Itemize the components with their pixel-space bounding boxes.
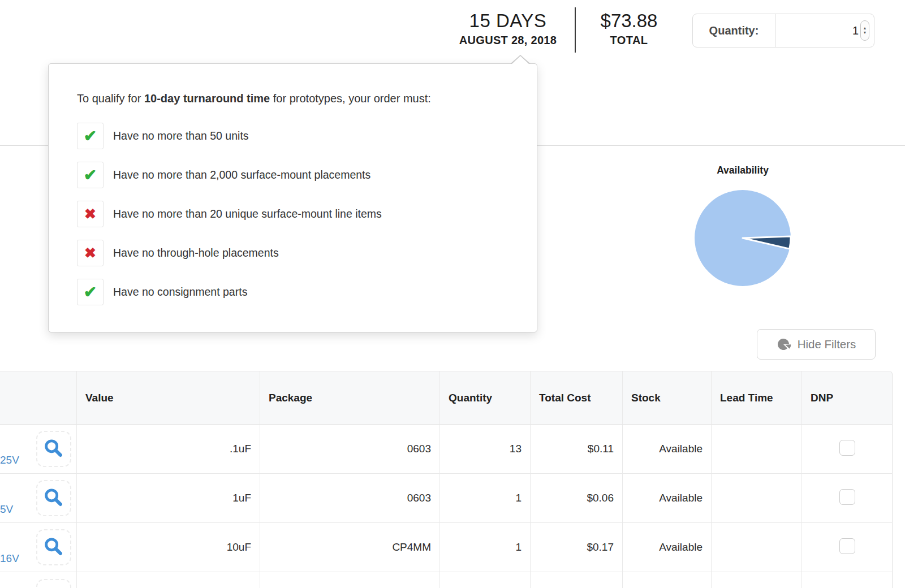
value-cell: .1uF (77, 425, 260, 474)
availability-chart-title: Availability (686, 165, 799, 176)
intro-bold: 10-day turnaround time (144, 92, 270, 105)
table-row: 5V 1uF 0603 1 $0.06 Available (0, 474, 893, 523)
total-cost-cell: $0.11 (531, 425, 623, 474)
check-icon: ✔ (84, 167, 97, 183)
hide-filters-button[interactable]: Hide Filters (757, 329, 876, 360)
status-box: ✖ (77, 240, 104, 266)
list-item: ✔ Have no more than 50 units (77, 123, 520, 149)
pie-chart-icon (777, 337, 791, 352)
check-icon: ✔ (84, 128, 97, 144)
status-box: ✔ (77, 162, 104, 188)
qualification-list: ✔ Have no more than 50 units ✔ Have no m… (77, 123, 520, 305)
package-cell: 0603 (260, 425, 440, 474)
package-cell: 0603 (260, 474, 440, 523)
list-item-label: Have no more than 50 units (113, 129, 249, 142)
turnaround-summary: 15 DAYS AUGUST 28, 2018 (436, 10, 580, 47)
order-total: $73.88 TOTAL (584, 10, 674, 47)
col-header-package: Package (260, 371, 440, 425)
stock-cell: Available (623, 474, 712, 523)
value-cell: 10uF (77, 523, 260, 572)
intro-prefix: To qualify for (77, 92, 144, 105)
lead-time-cell (712, 425, 802, 474)
part-link[interactable]: 5V (0, 503, 13, 516)
part-link[interactable]: 16V (0, 552, 19, 565)
part-desc-cell: 25V (0, 425, 77, 474)
quantity-label: Quantity: (693, 14, 775, 47)
list-item: ✖ Have no more than 20 unique surface-mo… (77, 201, 520, 227)
status-box: ✖ (77, 201, 104, 227)
dnp-checkbox[interactable] (839, 538, 855, 554)
intro-suffix: for prototypes, your order must: (270, 92, 431, 105)
turnaround-popover: To qualify for 10-day turnaround time fo… (48, 63, 537, 332)
dnp-checkbox[interactable] (839, 489, 855, 505)
turnaround-days: 15 DAYS (436, 10, 580, 32)
x-icon: ✖ (84, 207, 96, 221)
search-icon (43, 537, 64, 558)
list-item-label: Have no more than 2,000 surface-mount pl… (113, 168, 370, 181)
list-item-label: Have no more than 20 unique surface-moun… (113, 207, 382, 220)
dnp-cell (802, 523, 893, 572)
availability-pie-chart (694, 189, 791, 287)
part-search-button[interactable] (36, 480, 71, 516)
total-amount: $73.88 (584, 10, 674, 32)
list-item: ✖ Have no through-hole placements (77, 240, 520, 266)
col-header-total-cost: Total Cost (531, 371, 623, 425)
value-cell: 1uF (77, 474, 260, 523)
list-item-label: Have no through-hole placements (113, 247, 279, 260)
page: 15 DAYS AUGUST 28, 2018 $73.88 TOTAL Qua… (0, 0, 905, 588)
col-header-stock: Stock (623, 371, 712, 425)
total-cost-cell: $0.17 (531, 523, 623, 572)
quantity-stepper[interactable]: ▲▼ (860, 20, 869, 41)
x-icon: ✖ (84, 246, 96, 260)
col-header-desc (0, 371, 77, 425)
col-header-dnp: DNP (802, 371, 893, 425)
lead-time-cell (712, 523, 802, 572)
quantity-cell: 1 (440, 523, 531, 572)
quantity-cell: 13 (440, 425, 531, 474)
list-item: ✔ Have no more than 2,000 surface-mount … (77, 162, 520, 188)
check-icon: ✔ (84, 284, 97, 300)
col-header-value: Value (77, 371, 260, 425)
list-item: ✔ Have no consignment parts (77, 279, 520, 305)
package-cell: CP4MM (260, 523, 440, 572)
table-header-row: Value Package Quantity Total Cost Stock … (0, 371, 893, 425)
part-desc-cell: 16V (0, 523, 77, 572)
quantity-input[interactable]: 1 ▲▼ (775, 14, 874, 47)
part-desc-cell: 5V (0, 474, 77, 523)
quantity-value[interactable]: 1 (852, 24, 859, 37)
part-link[interactable]: 25V (0, 454, 19, 466)
lead-time-cell (712, 474, 802, 523)
stock-cell: Available (623, 425, 712, 474)
list-item-label: Have no consignment parts (113, 286, 247, 299)
turnaround-date: AUGUST 28, 2018 (436, 34, 580, 47)
search-icon (43, 438, 64, 460)
col-header-lead-time: Lead Time (712, 371, 802, 425)
dnp-cell (802, 425, 893, 474)
status-box: ✔ (77, 123, 104, 149)
header-divider (575, 7, 576, 53)
popover-intro: To qualify for 10-day turnaround time fo… (77, 92, 520, 105)
part-desc-cell (0, 572, 77, 588)
table-row: 25V .1uF 0603 13 $0.11 Available (0, 425, 893, 474)
total-cost-cell: $0.06 (531, 474, 623, 523)
quantity-widget: Quantity: 1 ▲▼ (692, 14, 874, 47)
pie-svg (694, 189, 791, 287)
col-header-quantity: Quantity (440, 371, 531, 425)
stock-cell: Available (623, 523, 712, 572)
total-label: TOTAL (584, 34, 674, 47)
table-row (0, 572, 893, 588)
part-search-button[interactable] (36, 529, 71, 565)
search-icon (43, 487, 64, 509)
part-search-button[interactable] (36, 431, 71, 467)
dnp-checkbox[interactable] (839, 440, 855, 456)
bom-table: Value Package Quantity Total Cost Stock … (0, 371, 893, 588)
table-row: 16V 10uF CP4MM 1 $0.17 Available (0, 523, 893, 572)
hide-filters-label: Hide Filters (798, 338, 856, 351)
status-box: ✔ (77, 279, 104, 305)
dnp-cell (802, 474, 893, 523)
quantity-cell: 1 (440, 474, 531, 523)
part-search-button[interactable] (36, 579, 71, 588)
